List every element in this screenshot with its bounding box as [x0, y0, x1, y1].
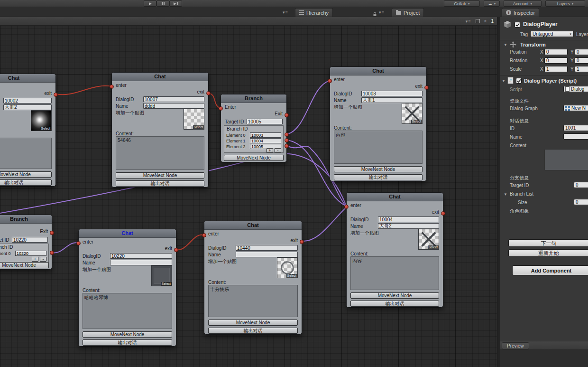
active-checkbox[interactable] [514, 22, 520, 28]
dialogid-input[interactable] [236, 245, 298, 251]
panel-divider[interactable] [497, 17, 500, 367]
chat-node-h[interactable]: Chat enter exit DialogID Name 增加一个贴图 Sel… [204, 221, 302, 335]
element-port-2[interactable] [285, 144, 289, 148]
account-dropdown[interactable]: Account▾ [504, 0, 542, 7]
element-port-0[interactable] [50, 251, 54, 255]
movenext-button[interactable]: MoveNext Node [0, 262, 49, 268]
image-thumbnail[interactable]: Select [184, 109, 204, 130]
pane-menu-icons[interactable]: ▾≡ [466, 19, 471, 24]
node-title[interactable]: Chat [204, 221, 302, 230]
tag-dropdown[interactable]: Untagged ▾ [530, 31, 574, 37]
node-title[interactable]: Chat [347, 193, 443, 201]
dialog-graph-field[interactable]: New N [563, 105, 588, 111]
image-thumbnail[interactable]: Select [418, 229, 439, 250]
content-area[interactable]: 哈哈哈邓博 [83, 293, 172, 329]
element1-input[interactable] [250, 138, 281, 143]
chat-node-d[interactable]: Chat enter exit DialogID Name 增加一个贴图 Sel… [330, 66, 427, 181]
output-dialog-button[interactable]: 输出对话 [350, 301, 439, 307]
transform-title[interactable]: Transform [520, 41, 546, 48]
collab-dropdown[interactable]: Collab▾ [444, 0, 480, 7]
cloud-button[interactable]: ☁▾ [484, 0, 500, 7]
scale-y-field[interactable] [575, 66, 588, 72]
preview-tab[interactable]: Preview [502, 342, 529, 349]
image-thumbnail[interactable]: Select [31, 110, 52, 131]
select-button[interactable]: Select [286, 274, 297, 278]
select-button[interactable]: Select [161, 282, 172, 286]
chat-node-g[interactable]: Chat enter exit DialogID Name 增加一个贴图 Sel… [78, 229, 176, 347]
exit-port[interactable] [441, 211, 445, 216]
target-id-field[interactable] [574, 182, 588, 188]
layers-dropdown[interactable]: Layers▾ [545, 0, 585, 7]
exit-port[interactable] [54, 93, 58, 97]
branch-node-c[interactable]: Branch Enter Exit Target ID Branch ID El… [220, 94, 287, 162]
name-input[interactable] [236, 252, 298, 257]
movenext-button[interactable]: MoveNext Node [116, 172, 204, 179]
dialogid-input[interactable] [378, 216, 439, 222]
rotation-x-field[interactable] [544, 57, 568, 64]
node-title[interactable]: Chat [0, 74, 55, 83]
enter-port[interactable] [76, 241, 81, 245]
next-sentence-button[interactable]: 下一句 [508, 239, 588, 247]
scale-x-field[interactable] [544, 66, 568, 72]
wire-branch-to-d[interactable] [287, 81, 330, 134]
element-port-0[interactable] [285, 132, 289, 137]
movenext-button[interactable]: MoveNext Node [83, 331, 172, 338]
tab-inspector[interactable]: i Inspector [502, 8, 539, 17]
foldout-arrow-icon[interactable]: ▼ [504, 43, 507, 47]
tab-project[interactable]: Project [392, 8, 424, 17]
name-input[interactable] [3, 104, 52, 110]
dialogid-input[interactable] [143, 96, 204, 102]
step-button[interactable] [169, 0, 182, 7]
position-x-field[interactable] [544, 49, 568, 55]
content-area[interactable]: 内容 [334, 131, 423, 164]
node-title[interactable]: Branch [0, 215, 52, 224]
wire-g-to-h[interactable] [176, 235, 204, 250]
add-component-button[interactable]: Add Component [512, 265, 588, 275]
name-input[interactable] [361, 97, 423, 103]
exit-port[interactable] [424, 85, 429, 90]
exit-port[interactable] [206, 91, 211, 95]
pane-menu-icons[interactable]: ▾≡ [283, 10, 288, 15]
branch-node-f[interactable]: Branch Exit Target ID Branch ID Element … [0, 215, 52, 270]
remove-element-button[interactable]: - [275, 148, 281, 153]
rotation-y-field[interactable] [575, 57, 588, 64]
dialogid-input[interactable] [110, 253, 172, 259]
element-port-1[interactable] [285, 138, 289, 142]
close-icon[interactable]: × [484, 19, 487, 24]
name-field[interactable] [563, 133, 588, 140]
wire-b-to-branch[interactable] [209, 93, 220, 108]
chat-node-e[interactable]: Chat enter exit DialogID Name 增加一个贴图 Sel… [346, 192, 443, 308]
add-element-button[interactable]: + [266, 148, 273, 153]
enter-port[interactable] [328, 79, 332, 83]
name-input[interactable] [378, 223, 439, 229]
output-dialog-button[interactable]: 输出对话 [83, 339, 172, 346]
movenext-button[interactable]: MoveNext Node [0, 171, 52, 178]
name-input[interactable] [110, 260, 172, 265]
image-thumbnail[interactable]: Select [402, 103, 423, 124]
play-button[interactable] [144, 0, 156, 7]
image-thumbnail[interactable]: Select [277, 257, 298, 278]
foldout-arrow-icon[interactable]: ▼ [504, 192, 507, 197]
content-area[interactable]: 内容 [350, 256, 439, 290]
select-button[interactable]: Select [40, 127, 51, 131]
enter-port[interactable] [202, 233, 206, 237]
component-title[interactable]: Dialog Player (Script) [524, 77, 577, 84]
movenext-button[interactable]: MoveNext Node [334, 166, 423, 172]
restart-button[interactable]: 重新开始 [508, 249, 588, 257]
output-dialog-button[interactable]: 输出对话 [116, 180, 204, 187]
enter-port[interactable] [110, 85, 114, 89]
exit-port[interactable] [285, 113, 289, 117]
maximize-icon[interactable] [476, 19, 480, 23]
movenext-button[interactable]: MoveNext Node [350, 292, 439, 299]
exit-port[interactable] [50, 231, 54, 235]
output-dialog-button[interactable]: 输出对话 [334, 174, 423, 180]
script-object-field[interactable]: Dialog [563, 86, 588, 92]
node-title[interactable]: Branch [221, 94, 286, 103]
id-field[interactable] [563, 125, 588, 131]
exit-port[interactable] [174, 248, 178, 252]
node-title[interactable]: Chat [330, 67, 426, 75]
position-y-field[interactable] [575, 49, 588, 55]
node-title[interactable]: Chat [112, 73, 208, 81]
size-field[interactable] [574, 199, 588, 205]
component-enabled-checkbox[interactable] [516, 78, 522, 84]
